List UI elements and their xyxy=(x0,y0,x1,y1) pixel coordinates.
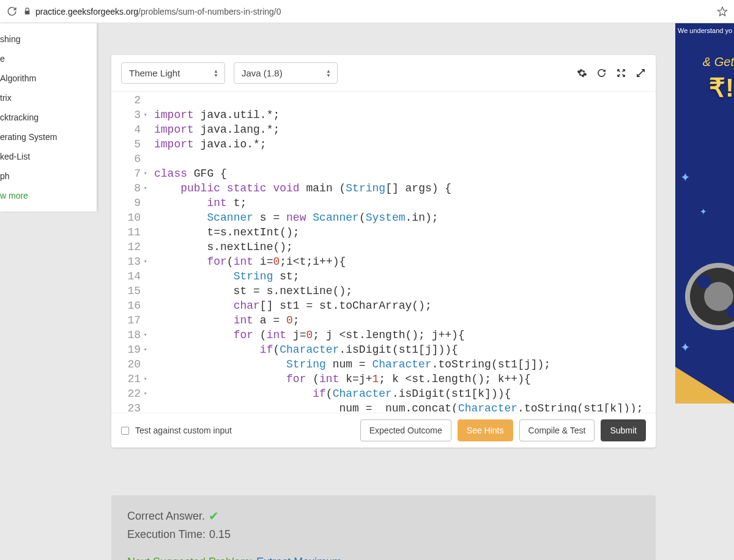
editor-toolbar: Theme Light ▲▼ Java (1.8) ▲▼ xyxy=(111,55,656,92)
ad-decoration xyxy=(675,367,734,403)
film-reel-icon xyxy=(685,263,734,330)
sidebar-item[interactable]: erating System xyxy=(0,127,97,147)
theme-select-value: Theme Light xyxy=(129,68,180,78)
url-path: /problems/sum-of-numbers-in-string/0 xyxy=(138,7,281,17)
sparkle-icon: ✦ xyxy=(700,207,707,216)
ad-banner[interactable]: We understand yo & Get ₹! ✦ ✦ ✦ xyxy=(675,23,734,403)
language-select[interactable]: Java (1.8) ▲▼ xyxy=(234,62,338,84)
url-text[interactable]: practice.geeksforgeeks.org/problems/sum-… xyxy=(35,7,713,17)
url-host: practice.geeksforgeeks.org xyxy=(35,7,138,17)
sidebar-item[interactable]: Algorithm xyxy=(0,68,97,88)
success-check-icon: ✔ xyxy=(209,509,219,523)
execution-time-value: 0.15 xyxy=(209,528,231,541)
reload-icon[interactable] xyxy=(6,6,17,17)
next-problem-link[interactable]: Extract Maximum xyxy=(256,556,341,560)
sidebar-item[interactable]: trix xyxy=(0,88,97,108)
submit-button[interactable]: Submit xyxy=(601,419,646,441)
select-arrows-icon: ▲▼ xyxy=(326,69,331,78)
sparkle-icon: ✦ xyxy=(680,170,691,185)
select-arrows-icon: ▲▼ xyxy=(213,69,218,78)
ad-rupee-text: ₹! xyxy=(675,69,734,103)
code-editor[interactable]: 23456789101112131415161718192021222324 i… xyxy=(111,92,656,413)
fullscreen-icon[interactable] xyxy=(635,68,646,79)
ad-tagline: We understand yo xyxy=(675,23,734,34)
editor-panel: Theme Light ▲▼ Java (1.8) ▲▼ 23456789101… xyxy=(111,55,656,448)
compile-test-button[interactable]: Compile & Test xyxy=(519,419,595,441)
sparkle-icon: ✦ xyxy=(680,340,691,355)
custom-input-label: Test against custom input xyxy=(135,426,232,435)
editor-action-icons xyxy=(576,68,646,79)
correct-answer-text: Correct Answer. xyxy=(127,510,205,523)
result-panel: Correct Answer. ✔ Execution Time:0.15 Ne… xyxy=(111,495,656,560)
custom-input-checkbox[interactable] xyxy=(121,427,129,435)
sidebar-show-more[interactable]: w more xyxy=(0,186,97,205)
code-content[interactable]: import java.util.*;import java.lang.*;im… xyxy=(144,92,656,413)
theme-select[interactable]: Theme Light ▲▼ xyxy=(121,62,225,84)
language-select-value: Java (1.8) xyxy=(242,68,283,78)
lock-icon xyxy=(23,7,32,16)
expected-outcome-button[interactable]: Expected Outcome xyxy=(360,419,451,441)
editor-bottombar: Test against custom input Expected Outco… xyxy=(111,413,656,448)
expand-icon[interactable] xyxy=(615,68,626,79)
browser-address-bar: practice.geeksforgeeks.org/problems/sum-… xyxy=(0,0,734,23)
ad-get-text: & Get xyxy=(675,34,734,69)
reset-icon[interactable] xyxy=(596,68,607,79)
sidebar-item[interactable]: ked-List xyxy=(0,147,97,166)
next-problem-label: Next Suggested Problem: xyxy=(127,556,253,560)
bookmark-star-icon[interactable] xyxy=(717,6,728,17)
sidebar-item[interactable]: shing xyxy=(0,29,97,49)
sidebar-item[interactable]: e xyxy=(0,49,97,68)
sidebar-item[interactable]: cktracking xyxy=(0,108,97,127)
see-hints-button[interactable]: See Hints xyxy=(458,419,513,441)
execution-time-label: Execution Time: xyxy=(127,528,206,541)
line-number-gutter: 23456789101112131415161718192021222324 xyxy=(111,92,144,413)
settings-gear-icon[interactable] xyxy=(576,68,587,79)
sidebar-item[interactable]: ph xyxy=(0,166,97,186)
topic-sidebar: shingeAlgorithmtrixcktrackingerating Sys… xyxy=(0,23,97,212)
